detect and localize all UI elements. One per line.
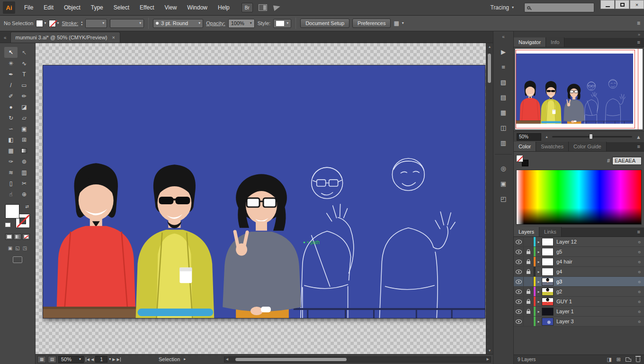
layer-row-selected[interactable]: ▸ g3 ○	[514, 277, 644, 287]
draw-inside-icon[interactable]: ◳	[23, 246, 27, 251]
mini-fill-swatch[interactable]	[516, 155, 523, 162]
zoom-slider-thumb[interactable]	[589, 134, 593, 139]
draw-normal-icon[interactable]: ▣	[8, 246, 12, 251]
horizontal-scroll-thumb[interactable]	[235, 357, 347, 362]
navigator-preview[interactable]	[515, 49, 643, 129]
dock-links-icon[interactable]: ◰	[496, 192, 510, 205]
dock-expand-icon[interactable]: »	[638, 32, 640, 37]
dock-symbols-icon[interactable]: ▶	[496, 46, 510, 58]
scroll-up-icon[interactable]: ▲	[488, 43, 492, 50]
blob-brush-tool[interactable]: ●	[4, 101, 18, 112]
rotate-tool[interactable]: ↻	[4, 112, 18, 123]
tab-navigator[interactable]: Navigator	[514, 37, 546, 47]
visibility-toggle[interactable]	[514, 267, 524, 276]
hex-input[interactable]	[612, 157, 642, 165]
screen-mode-button[interactable]	[13, 256, 22, 263]
previous-artboard-icon[interactable]: ◀	[91, 357, 94, 362]
panel-menu-icon[interactable]: ≡	[634, 37, 644, 47]
target-circle-icon[interactable]: ○	[635, 249, 644, 255]
lock-toggle[interactable]	[524, 277, 534, 286]
panel-menu-icon[interactable]: ≡	[634, 227, 644, 237]
vertical-scrollbar[interactable]: ▲ ▼	[486, 43, 493, 354]
horizontal-scrollbar[interactable]: ◀ ▶	[224, 356, 491, 363]
navigator-view-rectangle[interactable]	[516, 50, 635, 128]
tab-links[interactable]: Links	[539, 227, 562, 237]
default-fill-stroke-icon[interactable]	[5, 223, 10, 227]
panel-menu-icon[interactable]: ≡	[634, 142, 644, 151]
new-sublayer-icon[interactable]: ⊞	[617, 356, 621, 363]
symbol-sprayer-tool[interactable]: ≋	[4, 167, 18, 178]
scroll-down-icon[interactable]: ▼	[488, 347, 492, 354]
menu-object[interactable]: Object	[59, 0, 86, 16]
lock-toggle[interactable]	[524, 317, 534, 326]
layer-row[interactable]: ▸ Layer 1 ○	[514, 307, 644, 317]
gradient-tool[interactable]	[18, 145, 31, 156]
dock-gradient-icon[interactable]: ▧	[496, 76, 510, 88]
control-panel-menu-icon[interactable]: ≡	[637, 20, 640, 27]
menu-help[interactable]: Help	[213, 0, 235, 16]
variable-width-profile-combo[interactable]: ▾	[110, 19, 144, 28]
dock-align-icon[interactable]: ▥	[496, 136, 510, 149]
stepper-up-icon[interactable]: ▴	[81, 21, 82, 23]
visibility-toggle[interactable]	[514, 307, 524, 316]
eyedropper-tool[interactable]: ✑	[4, 156, 18, 167]
expand-arrow-icon[interactable]: ▸	[536, 270, 542, 274]
status-menu-icon[interactable]: ▸	[184, 357, 186, 361]
target-circle-icon[interactable]: ○	[635, 309, 644, 314]
menu-select[interactable]: Select	[108, 0, 134, 16]
lasso-tool[interactable]: ∿	[18, 58, 31, 69]
visibility-toggle[interactable]	[514, 287, 524, 296]
stroke-swatch[interactable]	[49, 20, 56, 27]
width-tool[interactable]: ∽	[4, 123, 18, 134]
delete-layer-icon[interactable]	[636, 357, 640, 362]
paintbrush-tool[interactable]: ✐	[4, 91, 18, 101]
menu-type[interactable]: Type	[86, 0, 108, 16]
direct-selection-tool[interactable]: ↖	[18, 47, 31, 58]
opacity-combo[interactable]: 100% ▾	[228, 19, 255, 28]
dock-collapse-icon[interactable]: «	[502, 31, 505, 44]
free-transform-tool[interactable]: ▣	[18, 123, 31, 134]
blend-tool[interactable]: ⊚	[18, 156, 31, 167]
dock-transparency-icon[interactable]: ▤	[496, 91, 510, 103]
selection-tool[interactable]: ↖	[4, 47, 18, 58]
scroll-left-icon[interactable]: ◀	[224, 357, 230, 361]
eraser-tool[interactable]: ◪	[18, 101, 31, 112]
mesh-tool[interactable]: ▦	[4, 145, 18, 156]
fill-swatch[interactable]	[36, 20, 43, 27]
layer-row[interactable]: ▸ GUY 1 ○	[514, 297, 644, 307]
stroke-weight-combo[interactable]: ▾	[85, 19, 107, 28]
scale-tool[interactable]: ▱	[18, 112, 31, 123]
dock-graphic-styles-icon[interactable]: ▣	[496, 177, 510, 190]
stepper-down-icon[interactable]: ▾	[81, 24, 82, 26]
search-input[interactable]	[530, 5, 591, 10]
stroke-swatch-control[interactable]: ▾	[49, 20, 59, 27]
bridge-button[interactable]: Br	[242, 3, 253, 12]
rectangle-tool[interactable]: ▭	[18, 80, 31, 91]
vertical-scroll-thumb[interactable]	[487, 53, 492, 83]
status-display[interactable]: Selection ▸	[123, 356, 222, 362]
menu-window[interactable]: Window	[182, 0, 213, 16]
opacity-label[interactable]: Opacity:	[206, 20, 225, 26]
perspective-grid-tool[interactable]: ⊞	[18, 134, 31, 145]
layer-row[interactable]: ▸ g2 ○	[514, 287, 644, 297]
menu-effect[interactable]: Effect	[134, 0, 159, 16]
layer-row[interactable]: ▸ Layer 3 ○	[514, 317, 644, 327]
dock-artboards-icon[interactable]: ▦	[496, 106, 510, 118]
menu-file[interactable]: File	[19, 0, 38, 16]
color-spectrum[interactable]	[516, 170, 642, 225]
pen-tool[interactable]: ✒	[4, 69, 18, 80]
canvas-grid-icon[interactable]: ▦	[37, 356, 46, 363]
expand-arrow-icon[interactable]: ▸	[536, 309, 542, 314]
preferences-button[interactable]: Preferences	[352, 18, 391, 28]
visibility-toggle[interactable]	[514, 297, 524, 306]
expand-arrow-icon[interactable]: ▸	[536, 240, 542, 244]
magic-wand-tool[interactable]: ✳	[4, 58, 18, 69]
tab-color-guide[interactable]: Color Guide	[569, 142, 607, 151]
minimize-button[interactable]	[600, 0, 615, 9]
pencil-tool[interactable]: ✏	[18, 91, 31, 101]
visibility-toggle[interactable]	[514, 257, 524, 266]
lock-toggle[interactable]	[524, 247, 534, 256]
fill-proxy-swatch[interactable]	[5, 204, 19, 218]
tab-info[interactable]: Info	[546, 37, 564, 47]
dock-appearance-icon[interactable]: ◎	[496, 162, 510, 174]
